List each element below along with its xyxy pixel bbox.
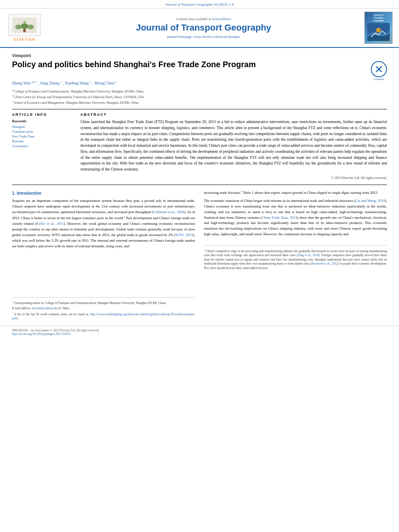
keyword-free-trade-zone: Free Trade Zone (12, 134, 72, 138)
keyword-reforms: Reforms (12, 139, 72, 143)
elsevier-logo: 🌿 ELSEVIER (6, 14, 43, 41)
ref-china-trade-data[interactable]: China Trade Data, 2013 (262, 216, 297, 220)
svg-rect-5 (23, 29, 26, 32)
section-divider-1 (12, 109, 387, 109)
bottom-copyright-text: – see front matter © 2013 Elsevier Ltd. … (28, 329, 99, 332)
abstract-panel: ABSTRACT China launched the Shanghai Fre… (80, 113, 387, 179)
article-info-header: ARTICLE INFO (12, 113, 72, 117)
journal-header: 🌿 ELSEVIER Contents lists available at S… (0, 8, 399, 48)
crossmark-label: CrossMark (371, 78, 387, 80)
ref-yang[interactable]: Yang et al., 2010 (298, 253, 319, 257)
author-xuefeng-wang: , Xuefeng Wang a (63, 81, 91, 85)
bottom-bar: 0966-6923/$ – see front matter © 2013 El… (0, 326, 399, 338)
footnote-divider-col2 (204, 245, 387, 246)
affiliation-a: a College of Transport and Communication… (12, 88, 387, 94)
email-link[interactable]: mrwan@ucdavis.edu (32, 306, 58, 310)
issn-text: 0966-6923/$ (12, 329, 27, 332)
footnote-1: 1 A list of the top 50 world container p… (12, 312, 195, 321)
page: Journal of Transport Geography 34 (2014)… (0, 0, 399, 532)
affiliation-c: c School of Economics and Management, Sh… (12, 100, 387, 105)
footnote-2: 2 China's competitive edge in the proces… (204, 249, 387, 270)
crossmark-icon (374, 64, 384, 74)
keyword-container-ports: Container ports (12, 129, 72, 134)
article-info-panel: ARTICLE INFO Keywords: Shanghai Containe… (12, 113, 72, 179)
intro-section-title: 1. Introduction (12, 190, 195, 196)
intro-paragraph-3: The economic transition of China began w… (204, 198, 387, 238)
crossmark-logo: CrossMark (371, 61, 387, 80)
svg-text:🌿: 🌿 (23, 21, 26, 24)
homepage-url[interactable]: www.elsevier.com/locate/jtrangeo (193, 35, 240, 39)
elsevier-tree-icon: 🌿 (10, 16, 39, 35)
abstract-copyright: © 2013 Elsevier Ltd. All rights reserved… (80, 176, 387, 180)
author-zheng-wan: Zheng Wan a,b,* (12, 81, 37, 85)
thumb-image (367, 23, 390, 41)
author-jihong-chen: , Jihong Chen a (92, 81, 117, 85)
affiliations: a College of Transport and Communication… (12, 88, 387, 105)
journal-title: Journal of Transport Geography (47, 23, 360, 33)
intro-paragraph-1: Seaports are an important component of t… (12, 198, 195, 249)
journal-homepage: journal homepage: www.elsevier.com/locat… (47, 35, 360, 39)
authors-line: Zheng Wan a,b,* , Yang Zhang c , Xuefeng… (12, 80, 387, 85)
doi-link[interactable]: http://dx.doi.org/10.1016/j.jtrangeo.201… (12, 332, 70, 336)
svg-point-3 (21, 23, 28, 29)
svg-point-4 (27, 25, 34, 29)
body-column-left: 1. Introduction Seaports are an importan… (12, 190, 195, 322)
elsevier-label: ELSEVIER (14, 37, 35, 41)
author-yang-zhang: , Yang Zhang c (38, 81, 62, 85)
intro-paragraph-2: increasing trade frictions.2 Table 1 sho… (204, 190, 387, 196)
elsevier-logo-image: 🌿 (8, 14, 41, 36)
contents-available-line: Contents lists available at ScienceDirec… (47, 17, 360, 21)
science-direct-link[interactable]: ScienceDirect (212, 17, 231, 21)
abstract-header: ABSTRACT (80, 113, 387, 117)
journal-thumbnail: Journal ofTransportGeography (364, 12, 393, 44)
keyword-shanghai: Shanghai (12, 125, 72, 129)
section-type-label: Viewpoint (12, 53, 387, 58)
article-title: Policy and politics behind Shanghai's Fr… (12, 60, 367, 69)
body-content: 1. Introduction Seaports are an importan… (12, 190, 387, 322)
journal-center: Contents lists available at ScienceDirec… (47, 17, 360, 39)
abstract-text: China launched the Shanghai Free Trade Z… (80, 119, 387, 172)
affiliation-b: b China Center for Energy and Transporta… (12, 94, 387, 100)
svg-point-2 (15, 25, 22, 29)
body-column-right: increasing trade frictions.2 Table 1 sho… (204, 190, 387, 322)
journal-citation-bar: Journal of Transport Geography 34 (2014)… (0, 0, 399, 8)
ref-beresford[interactable]: Beresford et al., 2012 (311, 262, 338, 265)
footnotes-col1: * Corresponding author at: College of Tr… (12, 301, 195, 320)
journal-citation: Journal of Transport Geography 34 (2014)… (165, 2, 234, 6)
ref-cullinane[interactable]: Cullinane et al., 2004 (153, 210, 185, 214)
svg-point-7 (376, 28, 381, 33)
article-info-abstract-section: ARTICLE INFO Keywords: Shanghai Containe… (12, 113, 387, 179)
thumb-title-text: Journal ofTransportGeography (373, 14, 384, 22)
section-divider-2 (12, 185, 387, 185)
footnote-corresponding-author: * Corresponding author at: College of Tr… (12, 301, 195, 305)
keywords-label: Keywords: (12, 119, 72, 123)
keyword-governance: Governance (12, 144, 72, 148)
footnote-divider-col1 (12, 297, 195, 298)
ref-cai-wang[interactable]: Cai and Wang, 2010 (355, 199, 385, 203)
ref-wto[interactable]: WTO, 2013 (175, 233, 193, 237)
footnotes-col2: 2 China's competitive edge in the proces… (204, 249, 387, 270)
worldshipping-link[interactable]: http://www.worldshipping.org/about-the-i… (12, 312, 195, 320)
footnote-email: E-mail address: mrwan@ucdavis.edu (Z. Wa… (12, 306, 195, 311)
ref-keller[interactable]: Keller et al., 2011 (36, 222, 64, 226)
article-content: Viewpoint Policy and politics behind Sha… (0, 48, 399, 326)
